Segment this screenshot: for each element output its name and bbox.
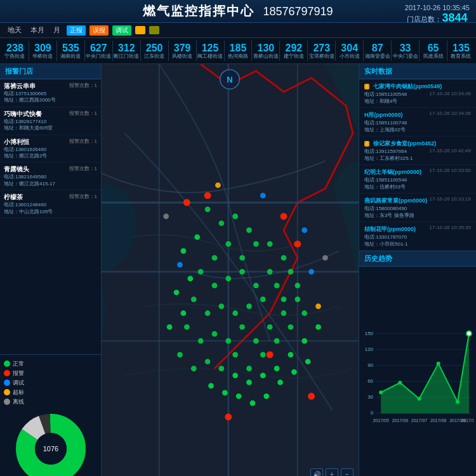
alert-badge-2: ! xyxy=(364,141,369,147)
stat-273[interactable]: 273 宝塔桥街道 xyxy=(308,41,336,61)
svg-point-109 xyxy=(417,397,421,400)
stat-185[interactable]: 185 热河南路 xyxy=(225,41,253,61)
nav-bar: 地天 本月 月 正报 误报 调试 xyxy=(0,23,476,38)
map-controls: 🔊 + − xyxy=(310,468,354,476)
svg-point-79 xyxy=(204,192,211,199)
map-ctrl-zoom-out[interactable]: − xyxy=(341,468,354,476)
nav-tag-debug[interactable]: 调试 xyxy=(112,25,131,36)
svg-point-110 xyxy=(437,362,440,366)
svg-text:2017/07: 2017/07 xyxy=(411,418,428,423)
stat-250[interactable]: 250 江东街道 xyxy=(141,41,169,61)
stat-125[interactable]: 125 阀工楼街道 xyxy=(197,41,225,61)
svg-point-67 xyxy=(288,352,294,357)
svg-point-30 xyxy=(219,303,225,309)
svg-point-53 xyxy=(260,352,266,357)
svg-point-42 xyxy=(239,324,245,330)
svg-point-52 xyxy=(246,366,252,371)
nav-btn-month[interactable]: 本月 xyxy=(28,25,47,36)
map-ctrl-zoom-in[interactable]: + xyxy=(326,468,338,476)
svg-text:150: 150 xyxy=(365,331,374,336)
realtime-item-5[interactable]: 桔制花甲(ppm0000) 17-10-26 10:35:35 电话:13301… xyxy=(359,222,476,251)
svg-point-25 xyxy=(267,269,273,275)
svg-point-63 xyxy=(232,373,238,378)
pie-chart: 1076 xyxy=(16,414,86,476)
stat-379[interactable]: 379 风楼街道 xyxy=(169,41,197,61)
alert-item-4[interactable]: 柠檬茶报警次数：1 电话:13601248460地址：中山北路105号 xyxy=(0,190,101,218)
stat-33[interactable]: 33 中央门委会 xyxy=(392,41,420,61)
svg-point-107 xyxy=(379,390,383,394)
header: 燃气监控指挥中心 18576797919 2017-10-26 10:35:45… xyxy=(0,0,476,23)
realtime-item-4[interactable]: 燕叽路家常菜(ppm0000) 17-10-26 10:33:19 电话:158… xyxy=(359,194,476,222)
svg-text:60: 60 xyxy=(367,378,373,384)
legend-debug: 调试 xyxy=(4,379,97,387)
nav-tag-warn[interactable] xyxy=(135,26,145,34)
svg-point-73 xyxy=(250,400,256,406)
legend-section: 正常 报警 调试 超标 离线 xyxy=(0,354,101,411)
nav-btn-today[interactable]: 地天 xyxy=(5,25,24,36)
realtime-title: 实时数据 xyxy=(359,64,476,79)
svg-point-50 xyxy=(219,366,225,371)
svg-point-38 xyxy=(184,324,190,330)
map-area[interactable]: N 🔊 + − xyxy=(102,64,359,476)
legend-normal: 正常 xyxy=(4,360,97,368)
svg-text:2017/08: 2017/08 xyxy=(430,418,447,423)
alert-item-3[interactable]: 青露镜头报警次数：1 电话:13821649580地址：燃江北路415-17 xyxy=(0,162,101,190)
legend-dot-over xyxy=(4,389,10,395)
realtime-item-1[interactable]: H用(ppm0000) 17-10-26 10:34:36 电话:1585110… xyxy=(359,108,476,136)
legend-over: 超标 xyxy=(4,388,97,397)
stat-309[interactable]: 309 华桥街道 xyxy=(29,41,57,61)
svg-point-22 xyxy=(225,276,231,282)
map-ctrl-sound[interactable]: 🔊 xyxy=(310,468,323,476)
stat-130[interactable]: 130 善桥山街道 xyxy=(252,41,280,61)
svg-point-45 xyxy=(281,310,287,316)
history-chart: 150 120 90 60 30 0 xyxy=(359,267,476,476)
svg-point-60 xyxy=(174,289,180,295)
svg-point-16 xyxy=(225,241,231,247)
stat-627[interactable]: 627 中央门街道 xyxy=(85,41,113,61)
svg-point-80 xyxy=(281,213,288,220)
svg-text:0: 0 xyxy=(371,410,374,416)
svg-text:120: 120 xyxy=(365,347,374,352)
chart-svg: 150 120 90 60 30 0 xyxy=(362,269,473,476)
stat-87[interactable]: 87 湘南管委会 xyxy=(364,41,392,61)
svg-point-64 xyxy=(246,380,252,385)
stat-312[interactable]: 312 断江门街道 xyxy=(113,41,141,61)
svg-point-112 xyxy=(466,331,472,336)
alert-item-2[interactable]: 小博利恒报警次数：1 电话:13801626460地址：燃江北路2号 xyxy=(0,135,101,163)
nav-tag-normal[interactable]: 正报 xyxy=(67,25,86,36)
svg-point-28 xyxy=(191,296,197,302)
svg-point-29 xyxy=(205,310,211,316)
svg-point-15 xyxy=(246,227,252,233)
svg-text:2017/10: 2017/10 xyxy=(461,418,473,423)
stat-238[interactable]: 238 宁燕街道 xyxy=(1,41,29,61)
nav-btn-month2[interactable]: 月 xyxy=(51,25,63,36)
legend-alert: 报警 xyxy=(4,369,97,378)
svg-point-92 xyxy=(322,255,328,261)
stat-65[interactable]: 65 民政系统 xyxy=(420,41,447,61)
alert-item-1[interactable]: 巧嗨中式快餐报警次数：1 电话:13828177410地址：和顾大道605室 xyxy=(0,107,101,135)
svg-point-23 xyxy=(239,269,245,275)
map-svg: N xyxy=(102,64,359,476)
realtime-item-3[interactable]: 纪明土羊锅(ppm0000) 17-10-26 10:33:50 电话:1585… xyxy=(359,165,476,194)
nav-tag-false[interactable]: 误报 xyxy=(89,25,109,36)
svg-point-14 xyxy=(232,213,238,219)
svg-point-26 xyxy=(281,255,287,261)
svg-point-17 xyxy=(239,255,245,261)
nav-tag-other[interactable] xyxy=(149,26,159,34)
svg-point-111 xyxy=(456,400,459,404)
realtime-item-2[interactable]: ! 徐记家乡食堂(ppm0452) 17-10-26 10:42:49 电话:1… xyxy=(359,136,476,165)
alert-item-0[interactable]: 落裤云串串报警次数：1 电话:13751300665地址：燃江西路2000号 xyxy=(0,79,101,107)
svg-text:1076: 1076 xyxy=(43,445,58,453)
svg-point-82 xyxy=(267,351,274,358)
svg-point-87 xyxy=(177,262,183,268)
realtime-list: ! 七家湾牛肉锅贴(ppm0549) 17-10-26 10:34:46 电话:… xyxy=(359,79,476,251)
stat-535[interactable]: 535 湘南街道 xyxy=(57,41,85,61)
realtime-item-0[interactable]: ! 七家湾牛肉锅贴(ppm0549) 17-10-26 10:34:46 电话:… xyxy=(359,79,476,108)
stat-304[interactable]: 304 小市街道 xyxy=(336,41,364,61)
stat-292[interactable]: 292 建宁街道 xyxy=(280,41,308,61)
svg-point-19 xyxy=(212,255,218,261)
svg-point-59 xyxy=(187,276,193,282)
svg-point-13 xyxy=(219,220,225,226)
svg-point-48 xyxy=(191,366,197,371)
stat-135[interactable]: 135 教育系统 xyxy=(447,41,475,61)
